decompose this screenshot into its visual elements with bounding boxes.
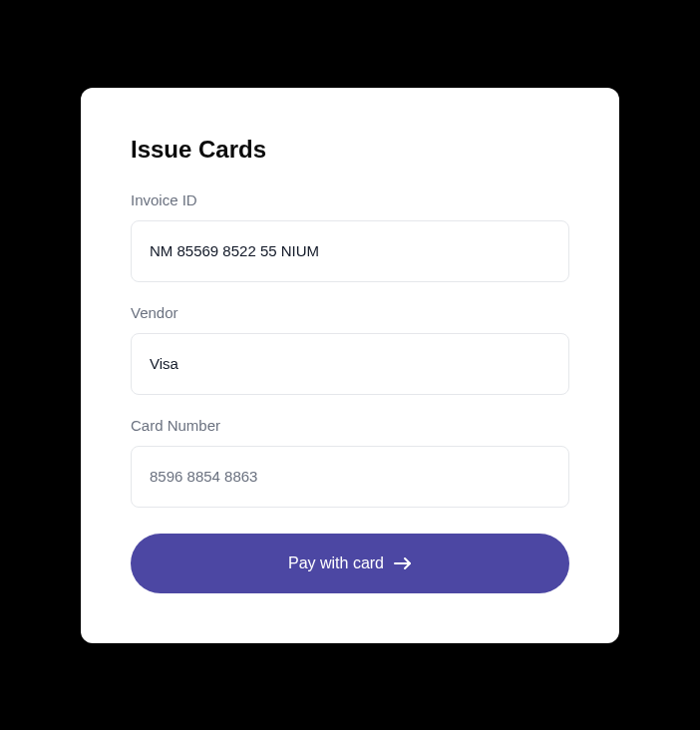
- card-number-field: Card Number: [131, 417, 569, 508]
- issue-cards-form: Issue Cards Invoice ID Vendor Card Numbe…: [81, 88, 619, 643]
- invoice-id-label: Invoice ID: [131, 191, 569, 208]
- vendor-input[interactable]: [131, 333, 569, 395]
- invoice-id-field: Invoice ID: [131, 191, 569, 282]
- card-number-label: Card Number: [131, 417, 569, 434]
- vendor-field: Vendor: [131, 304, 569, 395]
- pay-with-card-button[interactable]: Pay with card: [131, 534, 569, 593]
- arrow-right-icon: [394, 556, 412, 570]
- vendor-label: Vendor: [131, 304, 569, 321]
- card-number-input[interactable]: [131, 446, 569, 508]
- page-title: Issue Cards: [131, 136, 569, 164]
- invoice-id-input[interactable]: [131, 220, 569, 282]
- pay-button-label: Pay with card: [288, 554, 384, 572]
